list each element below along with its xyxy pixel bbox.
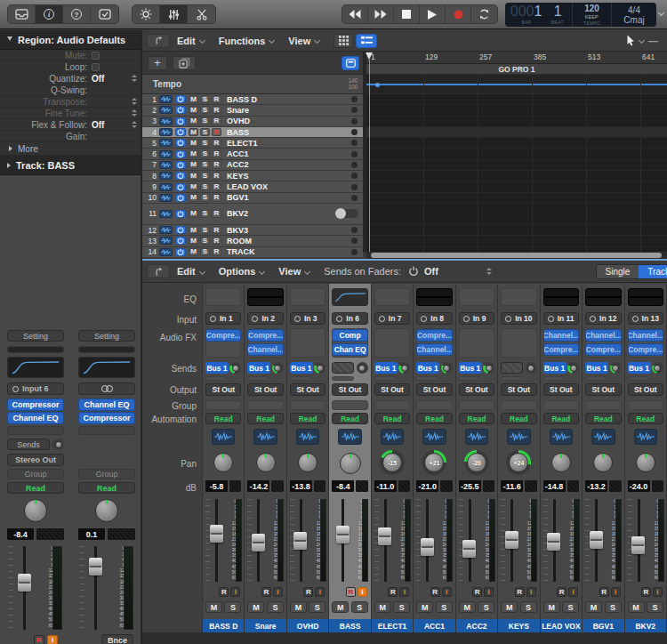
eq-display[interactable]: [247, 288, 283, 306]
add-track-button[interactable]: +: [148, 56, 167, 70]
pan-knob[interactable]: [337, 450, 364, 477]
track-row[interactable]: 5MSRELECT1: [142, 138, 363, 149]
send-level-knob[interactable]: [610, 362, 622, 374]
track-mute-button[interactable]: M: [189, 95, 198, 103]
track-power-button[interactable]: [175, 172, 186, 180]
channel-name[interactable]: KEYS: [498, 619, 539, 633]
volume-fader[interactable]: 0 –3 –6 –9 –12 –15 –18 –21 –24 –30 –35 –…: [332, 497, 368, 584]
record-enable-button[interactable]: R: [599, 587, 609, 597]
track-mute-button[interactable]: M: [189, 210, 198, 218]
track-header-options-button[interactable]: [342, 56, 359, 70]
bounce-button[interactable]: Bnce: [101, 634, 133, 644]
record-enable-button[interactable]: R: [388, 587, 398, 597]
mute-button[interactable]: M: [585, 601, 602, 613]
group-slot[interactable]: Group: [7, 469, 64, 479]
track-record-button[interactable]: R: [212, 128, 221, 136]
track-power-button[interactable]: [175, 237, 186, 245]
track-record-button[interactable]: R: [212, 117, 221, 125]
send-level-knob[interactable]: [52, 439, 64, 450]
group-slot[interactable]: [247, 400, 283, 410]
timeline-track-lane[interactable]: [366, 94, 667, 105]
track-solo-button[interactable]: S: [200, 161, 210, 169]
duplicate-track-button[interactable]: [173, 56, 196, 70]
mixer-strip[interactable]: In 3Bus 1St OutRead-13.80 –3 –6 –9 –12 –…: [287, 284, 329, 644]
cycle-button[interactable]: [471, 5, 497, 23]
send-level-knob[interactable]: [314, 362, 325, 374]
timeline-track-lane[interactable]: [366, 181, 667, 192]
volume-fader[interactable]: 0 –3 –6 –9 –12 –15 –18 –21 –24 –30 –35 –…: [501, 497, 537, 584]
channel-name[interactable]: OVHD: [287, 619, 328, 633]
input-monitor-button[interactable]: I: [442, 587, 452, 597]
track-volume-slider[interactable]: [335, 209, 358, 218]
track-header[interactable]: Track: BASS: [0, 156, 141, 175]
track-mute-button[interactable]: M: [189, 150, 198, 158]
group-slot[interactable]: [290, 400, 325, 410]
track-solo-button[interactable]: S: [200, 237, 210, 245]
eq-display[interactable]: [459, 288, 494, 306]
send-bus-button[interactable]: Bus 1: [543, 362, 567, 374]
pan-knob[interactable]: [92, 496, 121, 525]
track-mute-button[interactable]: M: [189, 139, 198, 147]
eq-display[interactable]: [543, 288, 579, 306]
group-slot[interactable]: [459, 400, 494, 410]
tracks-menu-view[interactable]: View: [288, 36, 319, 46]
audio-fx-slot[interactable]: Channel EQ: [78, 398, 135, 411]
send-level-knob[interactable]: [357, 362, 368, 374]
track-row[interactable]: 14MSRTRACK: [142, 247, 363, 258]
horizontal-scrollbar[interactable]: [371, 253, 662, 258]
volume-db-value[interactable]: -8.4: [7, 528, 34, 540]
setting-button[interactable]: Setting: [7, 330, 64, 342]
volume-fader[interactable]: 0 –3 –6 –9 –12 –15 –18 –21 –24 –30 –35 –…: [628, 497, 664, 584]
fader-cap[interactable]: [89, 558, 102, 576]
controls-button[interactable]: [133, 5, 160, 23]
param-stepper[interactable]: [132, 109, 137, 117]
region-header[interactable]: Region: Audio Defaults: [0, 30, 141, 50]
mixer-strip[interactable]: In 9Bus 1St OutRead-20-25.50 –3 –6 –9 –1…: [456, 284, 498, 644]
track-type-waveform-button[interactable]: [465, 429, 488, 445]
send-level-knob[interactable]: [567, 362, 579, 374]
send-level-knob[interactable]: [526, 362, 537, 374]
track-mute-button[interactable]: M: [189, 161, 198, 169]
volume-db-value[interactable]: -5.8: [205, 480, 228, 492]
automation-mode-button[interactable]: Read: [585, 413, 621, 424]
tracks-menu-edit[interactable]: Edit: [177, 36, 205, 46]
timeline[interactable]: [366, 75, 667, 252]
fader-cap[interactable]: [547, 533, 560, 551]
timeline-track-lane[interactable]: [366, 236, 667, 246]
track-mute-button[interactable]: M: [189, 248, 198, 256]
input-button[interactable]: In 3: [290, 312, 325, 325]
input-button[interactable]: In 11: [543, 312, 579, 325]
automation-mode-button[interactable]: Read: [374, 413, 410, 424]
param-stepper[interactable]: [132, 98, 137, 105]
input-monitor-button[interactable]: I: [484, 587, 494, 597]
automation-mode-button[interactable]: Read: [205, 413, 241, 424]
track-record-button[interactable]: R: [212, 106, 221, 114]
track-record-button[interactable]: R: [212, 150, 221, 158]
output-button[interactable]: St Out: [290, 383, 325, 396]
automation-mode-button[interactable]: Read: [543, 413, 579, 424]
audio-fx-slot[interactable]: Comp: [332, 329, 367, 342]
group-slot[interactable]: [332, 400, 367, 410]
volume-db-value[interactable]: -25.5: [459, 480, 481, 492]
lcd-tempo[interactable]: 120 KEEP TEMPO: [573, 3, 612, 27]
cut-button[interactable]: [188, 5, 215, 23]
track-row[interactable]: 4MSRBASS: [142, 127, 363, 138]
send-empty-slot[interactable]: [501, 362, 522, 374]
sends-on-faders-select[interactable]: Off: [424, 266, 495, 277]
track-solo-button[interactable]: S: [200, 172, 210, 180]
input-button[interactable]: In 9: [459, 312, 494, 325]
pan-knob[interactable]: [211, 450, 236, 475]
pointer-tool-icon[interactable]: [626, 35, 635, 46]
tempo-lane-timeline[interactable]: [366, 75, 667, 94]
track-mute-button[interactable]: M: [189, 117, 198, 125]
input-monitor-button[interactable]: I: [273, 587, 283, 597]
send-bus-button[interactable]: Bus 1: [585, 362, 608, 374]
track-type-waveform-button[interactable]: [253, 429, 277, 445]
record-enable-button[interactable]: R: [261, 587, 271, 597]
record-button[interactable]: [446, 5, 471, 23]
mixer-strip[interactable]: In 13Channel...Compre...Bus 1St OutRead-…: [625, 284, 667, 644]
track-solo-button[interactable]: S: [200, 150, 210, 158]
track-row[interactable]: 13MSRROOM: [142, 236, 363, 246]
pan-knob[interactable]: [549, 450, 574, 475]
pan-knob[interactable]: [633, 450, 658, 475]
